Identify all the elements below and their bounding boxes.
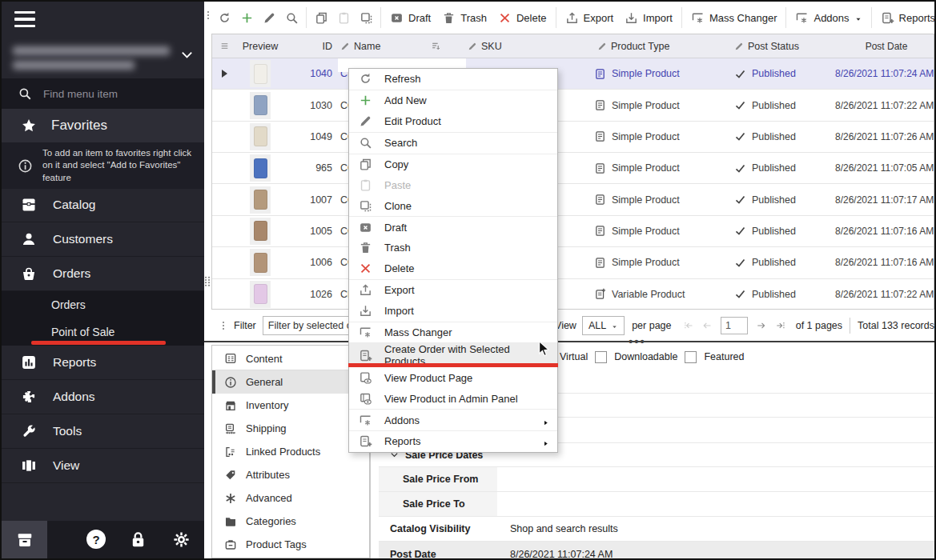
export-button[interactable]: Export <box>560 6 620 29</box>
gear-icon[interactable] <box>172 530 191 549</box>
column-header-post-date[interactable]: Post Date <box>835 41 934 52</box>
table-row[interactable]: 965 CC Simple Product Published 8/26/202… <box>212 153 934 184</box>
preview-cell[interactable] <box>236 218 284 245</box>
delete-button[interactable]: Delete <box>492 6 552 29</box>
table-row[interactable]: 1030 CC Simple Product Published 8/26/20… <box>212 90 934 121</box>
table-row[interactable]: 1026 CR Variable Product Published 8/26/… <box>212 279 934 310</box>
post-status-cell[interactable]: Published <box>727 99 835 111</box>
post-date-cell[interactable]: 8/26/2021 11:07:17 AM <box>835 194 934 206</box>
post-date-cell[interactable]: 8/26/2021 11:07:22 AM <box>835 100 934 111</box>
virtual-checkbox[interactable] <box>595 351 607 363</box>
sidebar-nav-item[interactable]: Catalog <box>2 188 204 222</box>
context-menu-item[interactable]: Mass Changer <box>349 322 557 344</box>
post-date-cell[interactable]: 8/26/2021 11:07:16 AM <box>835 226 934 237</box>
table-row[interactable]: 1049 CC Simple Product Published 8/26/20… <box>212 122 934 153</box>
sidebar-search-input[interactable] <box>43 88 163 100</box>
context-menu-item[interactable]: View Product Page <box>349 367 557 388</box>
id-cell[interactable]: 1006 <box>284 257 337 268</box>
trash-button[interactable]: Trash <box>436 6 492 29</box>
edit-button[interactable] <box>258 6 280 29</box>
table-row[interactable]: 1040 CH Simple Product Published 8/26/20… <box>212 58 934 90</box>
table-row[interactable]: 1007 CC Simple Product Published 8/26/20… <box>212 184 934 215</box>
context-menu-item[interactable]: Search <box>349 133 557 154</box>
table-row[interactable]: 1005 CC Simple Product Published 8/26/20… <box>212 216 934 247</box>
product-type-cell[interactable]: Simple Product <box>565 257 727 269</box>
sidebar-nav-item[interactable]: Customers <box>2 222 204 257</box>
detail-tab[interactable]: Linked Products <box>212 440 369 463</box>
sidebar-nav-item[interactable]: Reports <box>2 346 204 380</box>
post-status-cell[interactable]: Published <box>727 130 835 142</box>
sidebar-search[interactable] <box>2 78 204 109</box>
id-cell[interactable]: 1005 <box>284 226 337 237</box>
orders-submenu-item[interactable]: Orders <box>2 291 204 318</box>
column-header-name[interactable]: Name <box>337 41 464 52</box>
filter-drag-handle-icon[interactable] <box>218 320 229 331</box>
post-status-cell[interactable]: Published <box>727 194 835 206</box>
lock-icon[interactable] <box>129 530 147 549</box>
copy-button[interactable] <box>310 6 332 29</box>
previous-page-button[interactable] <box>701 319 713 332</box>
context-menu-item[interactable]: Clone <box>349 195 557 217</box>
context-menu-item[interactable]: View Product in Admin Panel <box>349 388 557 410</box>
column-header-sku[interactable]: SKU <box>464 41 565 52</box>
sidebar-item-favorites[interactable]: Favorites <box>2 109 204 142</box>
sidebar-nav-item[interactable]: View <box>2 449 204 483</box>
detail-tab[interactable]: Inventory <box>212 394 369 417</box>
detail-tab[interactable]: General <box>212 370 369 394</box>
product-type-cell[interactable]: Simple Product <box>565 225 727 237</box>
sidebar-nav-item[interactable]: Addons <box>2 380 204 414</box>
context-menu-item[interactable]: Addons <box>349 410 557 431</box>
downloadable-checkbox[interactable] <box>685 351 697 363</box>
id-cell[interactable]: 1026 <box>284 289 337 300</box>
post-date-cell[interactable]: 8/26/2021 11:07:16 AM <box>835 257 934 268</box>
preview-cell[interactable] <box>236 186 284 214</box>
preview-cell[interactable] <box>236 92 284 119</box>
post-date-cell[interactable]: 8/26/2021 11:07:26 AM <box>835 131 934 142</box>
detail-tab[interactable]: Product Tags <box>212 533 369 556</box>
sidebar-nav-item[interactable]: Orders <box>2 257 204 291</box>
products-module-button[interactable] <box>2 521 47 558</box>
context-menu-item[interactable]: Add New <box>349 90 557 111</box>
id-cell[interactable]: 1030 <box>284 100 337 111</box>
post-date-cell[interactable]: 8/26/2021 11:07:05 AM <box>835 162 934 174</box>
chevron-down-icon[interactable] <box>180 48 194 62</box>
clone-button[interactable] <box>355 6 377 29</box>
context-menu-item[interactable]: Refresh <box>349 69 557 90</box>
context-menu-item[interactable]: Reports <box>349 431 557 452</box>
column-header-product-type[interactable]: Product Type <box>565 41 727 52</box>
detail-tab[interactable]: Advanced <box>212 486 369 510</box>
sort-icon[interactable] <box>431 41 441 51</box>
context-menu-item[interactable]: Export <box>349 280 557 301</box>
refresh-button[interactable] <box>213 6 235 29</box>
page-number-input[interactable] <box>721 317 748 334</box>
addons-button[interactable]: Addons <box>789 6 867 29</box>
table-row[interactable]: 1006 CC Simple Product Published 8/26/20… <box>212 247 934 278</box>
product-type-cell[interactable]: Simple Product <box>565 194 727 206</box>
store-name-blurred[interactable] <box>11 42 183 75</box>
help-button[interactable]: ? <box>86 530 106 549</box>
column-header-preview[interactable]: Preview <box>236 41 284 52</box>
context-menu-item[interactable]: Copy <box>349 154 557 175</box>
toolbar-drag-handle-icon[interactable] <box>203 8 214 22</box>
reports-button[interactable]: Reports <box>875 6 934 29</box>
detail-tab[interactable]: Categories <box>212 510 369 533</box>
id-cell[interactable]: 965 <box>284 162 337 174</box>
preview-cell[interactable] <box>236 154 284 182</box>
product-type-cell[interactable]: Variable Product <box>565 288 727 300</box>
import-button[interactable]: Import <box>619 6 678 29</box>
id-cell[interactable]: 1040 <box>284 68 337 79</box>
post-date-cell[interactable]: 8/26/2021 11:07:22 AM <box>835 289 934 300</box>
context-menu-item[interactable]: Paste <box>349 174 557 195</box>
product-type-cell[interactable]: Simple Product <box>565 68 727 80</box>
search-button[interactable] <box>280 6 303 29</box>
post-status-cell[interactable]: Published <box>727 288 835 300</box>
post-date-cell[interactable]: 8/26/2021 11:07:24 AM <box>835 68 934 79</box>
column-header-id[interactable]: ID <box>284 41 337 52</box>
hamburger-menu-icon[interactable] <box>14 11 35 27</box>
post-status-cell[interactable]: Published <box>727 257 835 269</box>
id-cell[interactable]: 1007 <box>284 194 337 206</box>
post-status-cell[interactable]: Published <box>727 225 835 237</box>
preview-cell[interactable] <box>236 60 284 87</box>
context-menu-item[interactable]: Draft <box>349 217 557 238</box>
preview-cell[interactable] <box>236 281 284 308</box>
